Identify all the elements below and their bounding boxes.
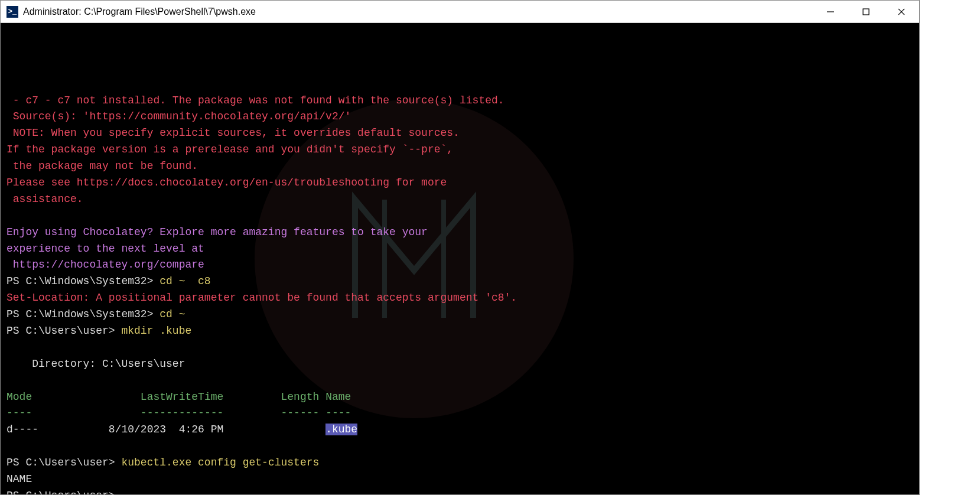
error-line: If the package version is a prerelease a…	[6, 144, 453, 155]
error-line: - c7 - c7 not installed. The package was…	[6, 95, 504, 106]
table-sep: ----	[6, 407, 32, 419]
titlebar[interactable]: >_ Administrator: C:\Program Files\Power…	[1, 1, 919, 23]
info-line: https://chocolatey.org/compare	[6, 259, 204, 271]
minimize-button[interactable]	[813, 1, 848, 22]
prompt: PS C:\Windows\System32>	[6, 308, 159, 320]
terminal-window: >_ Administrator: C:\Program Files\Power…	[0, 0, 920, 495]
folder-name: .kube	[325, 424, 357, 435]
table-cell: 4:26 PM	[179, 424, 224, 435]
svg-rect-1	[863, 9, 869, 15]
error-line: NOTE: When you specify explicit sources,…	[6, 127, 460, 139]
error-line: the package may not be found.	[6, 160, 198, 172]
window-title: Administrator: C:\Program Files\PowerShe…	[23, 6, 813, 17]
command: cd ~	[159, 308, 185, 320]
table-cell: d----	[6, 424, 38, 435]
prompt: PS C:\Users\user>	[6, 325, 121, 337]
error-line: assistance.	[6, 193, 83, 205]
prompt: PS C:\Users\user>	[6, 457, 121, 468]
prompt: PS C:\Users\user>	[6, 490, 121, 494]
table-sep: ----	[325, 407, 351, 419]
info-line: Enjoy using Chocolatey? Explore more ama…	[6, 226, 428, 238]
table-header: Name	[325, 391, 351, 403]
error-line: Set-Location: A positional parameter can…	[6, 292, 517, 304]
table-header: Length	[281, 391, 320, 403]
error-line: Source(s): 'https://community.chocolatey…	[6, 110, 351, 122]
terminal-body[interactable]: - c7 - c7 not installed. The package was…	[1, 23, 919, 494]
terminal-output: - c7 - c7 not installed. The package was…	[6, 76, 913, 494]
directory-line: Directory: C:\Users\user	[6, 358, 185, 370]
info-line: experience to the next level at	[6, 243, 204, 255]
command: mkdir .kube	[121, 325, 191, 337]
table-sep: -------------	[141, 407, 223, 419]
table-header: Mode	[6, 391, 32, 403]
window-controls	[813, 1, 919, 22]
close-button[interactable]	[884, 1, 919, 22]
table-cell: 8/10/2023	[109, 424, 166, 435]
error-line: Please see https://docs.chocolatey.org/e…	[6, 177, 447, 188]
table-sep: ------	[281, 407, 320, 419]
maximize-button[interactable]	[848, 1, 884, 22]
command: cd ~ c8	[159, 275, 210, 287]
prompt: PS C:\Windows\System32>	[6, 275, 159, 287]
output-line: NAME	[6, 473, 32, 485]
table-header: LastWriteTime	[141, 391, 223, 403]
command: kubectl.exe config get-clusters	[121, 457, 319, 468]
powershell-icon: >_	[6, 6, 18, 18]
